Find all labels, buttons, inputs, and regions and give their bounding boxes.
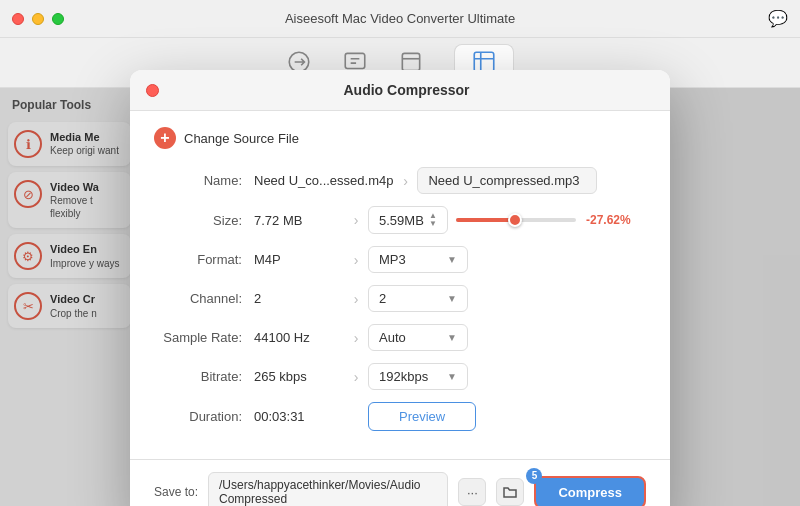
samplerate-select[interactable]: Auto ▼ — [368, 324, 468, 351]
compress-badge: 5 — [526, 468, 542, 484]
more-options-button[interactable]: ··· — [458, 478, 486, 506]
preview-button[interactable]: Preview — [368, 402, 476, 431]
dialog-footer: Save to: /Users/happyacethinker/Movies/A… — [130, 459, 670, 506]
svg-rect-3 — [474, 52, 494, 72]
dialog-overlay: Audio Compressor + Change Source File Na… — [0, 88, 800, 506]
chevron-down-icon: ▼ — [447, 293, 457, 304]
name-value-left: Need U_co...essed.m4p — [254, 173, 393, 188]
chevron-down-icon: ▼ — [447, 371, 457, 382]
svg-rect-2 — [402, 53, 419, 70]
traffic-lights — [12, 13, 64, 25]
app-title: Aiseesoft Mac Video Converter Ultimate — [285, 11, 515, 26]
duration-row: Duration: 00:03:31 Preview — [154, 402, 646, 431]
save-to-label: Save to: — [154, 485, 198, 499]
channel-label: Channel: — [154, 291, 254, 306]
duration-value-left: 00:03:31 — [254, 409, 344, 424]
main-area: Popular Tools ℹ Media Me Keep origi want… — [0, 88, 800, 506]
minimize-button[interactable] — [32, 13, 44, 25]
duration-label: Duration: — [154, 409, 254, 424]
maximize-button[interactable] — [52, 13, 64, 25]
samplerate-value-left: 44100 Hz — [254, 330, 344, 345]
size-value-right: 5.59MB ▲▼ -27.62% — [368, 206, 646, 234]
samplerate-label: Sample Rate: — [154, 330, 254, 345]
name-input[interactable]: Need U_compressed.mp3 — [417, 167, 597, 194]
add-icon: + — [154, 127, 176, 149]
size-row: Size: 7.72 MB › 5.59MB ▲▼ — [154, 206, 646, 234]
format-label: Format: — [154, 252, 254, 267]
compress-button-wrapper: 5 Compress — [534, 476, 646, 507]
size-label: Size: — [154, 213, 254, 228]
slider-fill — [456, 218, 510, 222]
titlebar: Aiseesoft Mac Video Converter Ultimate 💬 — [0, 0, 800, 38]
channel-value-left: 2 — [254, 291, 344, 306]
size-slider[interactable] — [456, 218, 576, 222]
samplerate-value-right: Auto ▼ — [368, 324, 646, 351]
spinner-arrows[interactable]: ▲▼ — [429, 212, 437, 228]
name-row: Name: Need U_co...essed.m4p › Need U_com… — [154, 167, 646, 194]
name-label: Name: — [154, 173, 254, 188]
channel-select[interactable]: 2 ▼ — [368, 285, 468, 312]
dialog-close-button[interactable] — [146, 84, 159, 97]
arrow-icon: › — [344, 291, 368, 307]
dialog-body: + Change Source File Name: Need U_co...e… — [130, 111, 670, 459]
chat-icon[interactable]: 💬 — [768, 9, 788, 28]
arrow-icon: › — [344, 252, 368, 268]
folder-button[interactable] — [496, 478, 524, 506]
channel-value-right: 2 ▼ — [368, 285, 646, 312]
samplerate-row: Sample Rate: 44100 Hz › Auto ▼ — [154, 324, 646, 351]
size-percent: -27.62% — [586, 213, 631, 227]
dialog-title: Audio Compressor — [159, 82, 654, 98]
arrow-icon: › — [344, 369, 368, 385]
chevron-down-icon: ▼ — [447, 254, 457, 265]
bitrate-label: Bitrate: — [154, 369, 254, 384]
dialog-header: Audio Compressor — [130, 70, 670, 111]
size-slider-container: -27.62% — [456, 213, 646, 227]
format-select[interactable]: MP3 ▼ — [368, 246, 468, 273]
name-value-right: Need U_compressed.mp3 — [417, 167, 646, 194]
format-value-right: MP3 ▼ — [368, 246, 646, 273]
bitrate-select[interactable]: 192kbps ▼ — [368, 363, 468, 390]
size-value-left: 7.72 MB — [254, 213, 344, 228]
format-value-left: M4P — [254, 252, 344, 267]
close-button[interactable] — [12, 13, 24, 25]
audio-compressor-dialog: Audio Compressor + Change Source File Na… — [130, 70, 670, 506]
save-path-display[interactable]: /Users/happyacethinker/Movies/Audio Comp… — [208, 472, 448, 506]
slider-thumb[interactable] — [508, 213, 522, 227]
compress-button[interactable]: Compress — [534, 476, 646, 507]
size-spinner[interactable]: 5.59MB ▲▼ — [368, 206, 448, 234]
duration-value-right: Preview — [368, 402, 646, 431]
format-row: Format: M4P › MP3 ▼ — [154, 246, 646, 273]
chevron-down-icon: ▼ — [447, 332, 457, 343]
svg-rect-1 — [345, 53, 365, 68]
arrow-icon: › — [344, 330, 368, 346]
change-source-file[interactable]: + Change Source File — [154, 127, 646, 149]
arrow-icon: › — [344, 212, 368, 228]
change-source-label: Change Source File — [184, 131, 299, 146]
arrow-icon: › — [393, 173, 417, 189]
channel-row: Channel: 2 › 2 ▼ — [154, 285, 646, 312]
bitrate-row: Bitrate: 265 kbps › 192kbps ▼ — [154, 363, 646, 390]
bitrate-value-right: 192kbps ▼ — [368, 363, 646, 390]
bitrate-value-left: 265 kbps — [254, 369, 344, 384]
